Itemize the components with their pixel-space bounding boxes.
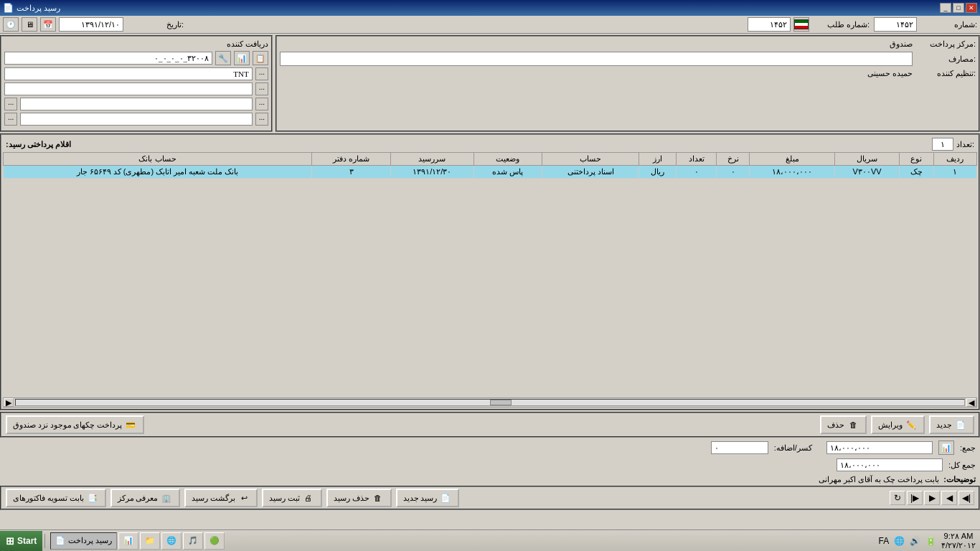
undo-receipt-btn[interactable]: ↩ برگشت رسید [184,489,258,507]
sum-icon[interactable]: 📊 [938,441,954,455]
col-rate: نرخ [717,153,750,166]
nav-buttons: |◀ ◀ ▶ ▶| ↻ [890,491,974,505]
scroll-right-btn[interactable]: ▶ [4,398,14,407]
extra-dots-btn5[interactable]: ... [4,113,17,126]
expense-input[interactable] [280,52,913,66]
extra-dots-btn1[interactable]: ... [255,83,268,95]
introduce-center-btn[interactable]: 🏢 معرفی مرکز [110,489,181,507]
computer-icon[interactable]: 🖥 [22,17,37,32]
start-label: Start [17,536,37,546]
nav-next-btn[interactable]: ▶ [924,491,940,505]
settle-invoices-btn[interactable]: 📑 بابت تسویه فاکتورهای [6,489,106,507]
table-title: اقلام پرداختی رسید: [6,140,71,149]
extra-input2[interactable] [20,98,252,110]
date-input[interactable] [59,17,123,32]
date-label: :تاریخ [126,20,184,29]
receipt-icon3[interactable]: 🔧 [215,51,231,65]
taskbar-app-excel[interactable]: 📊 [118,532,138,550]
battery-icon: 🔋 [925,535,937,547]
clock-display: 9:۲۸ AM ۴/۲۷/۲۰۱۲ [941,532,976,550]
table-header: ردیف نوع سریال مبلغ نرخ تعداد ارز حساب و… [4,153,977,166]
receipt-label-text: دریافت کننده [227,39,268,49]
extra-row3: ... ... [4,113,268,126]
calendar-icon[interactable]: 📅 [40,17,56,32]
volume-icon: 🔊 [910,535,921,547]
start-button[interactable]: ⊞ Start [0,531,42,551]
extra-dots-btn3[interactable]: ... [4,98,17,110]
taskbar-app-ie[interactable]: 🌐 [161,532,182,550]
nav-first-btn[interactable]: |◀ [958,491,974,505]
close-button[interactable]: ✕ [966,3,977,13]
taskbar: ⊞ Start 📄 رسید پرداخت 📊 📁 🌐 🎵 🟢 FA 🌐 🔊 🔋… [0,529,980,551]
edit-label: ویرایش [878,420,903,430]
extra-dots-btn4[interactable]: ... [255,113,268,126]
clock-icon[interactable]: 🕐 [3,17,19,32]
taskbar-app-music[interactable]: 🎵 [183,532,203,550]
extra-dots-btn2[interactable]: ... [255,98,268,110]
count-box: :تعداد [932,138,974,151]
sum-label: جمع: [960,443,976,453]
expense-row: :مصارف [280,52,976,66]
pay-checks-label: پرداخت چکهای موجود نزد صندوق [13,420,122,430]
nav-last-btn[interactable]: ▶| [907,491,923,505]
horizontal-scrollbar[interactable]: ◀ ▶ [3,397,977,408]
col-bank: حساب بانک [4,153,312,166]
new-receipt-icon: 📄 [439,491,452,504]
taskbar-app-green[interactable]: 🟢 [204,532,225,550]
delete-receipt-btn[interactable]: 🗑 حذف رسید [326,489,392,507]
receipt-value-input[interactable] [4,52,212,65]
pay-checks-button[interactable]: 💳 پرداخت چکهای موجود نزد صندوق [6,415,144,434]
new-receipt-btn[interactable]: 📄 رسید جدید [396,489,460,507]
undo-receipt-label: برگشت رسید [192,494,235,503]
sum-value[interactable] [826,441,933,454]
col-ledger: شماره دفتر [312,153,391,166]
print-receipt-btn[interactable]: 🖨 ثبت رسید [262,489,322,507]
taskbar-app-receipt[interactable]: 📄 رسید پرداخت [50,532,117,550]
col-duedate: سررسید [390,153,473,166]
right-panel: دریافت کننده 📋 📊 🔧 ... ... ... ... ... .… [0,35,273,132]
col-account: حساب [542,153,639,166]
table-cell-2: V۳۰۰VV [835,166,900,179]
serial-input[interactable] [874,17,917,32]
taskbar-app-folder[interactable]: 📁 [140,532,160,550]
receipt-label-row: دریافت کننده [4,39,268,49]
receipt-icon1[interactable]: 📋 [253,51,268,65]
scroll-left-btn[interactable]: ◀ [966,398,976,407]
nav-refresh-btn[interactable]: ↻ [890,491,905,505]
serial-label: :شماره [920,20,977,29]
deduct-label: کسر/اضافه: [774,443,812,453]
maximize-button[interactable]: □ [953,3,964,13]
extra-input1[interactable] [4,83,253,95]
edit-button[interactable]: ✏️ ویرایش [871,415,925,434]
deduct-value[interactable] [711,441,768,454]
organizer-row: :تنظیم کننده حمیده حسینی [280,69,976,78]
scrollbar-track [15,399,965,406]
receipt-icon2[interactable]: 📊 [234,51,250,65]
extra-row1: ... [4,83,268,95]
delete-button[interactable]: 🗑 حذف [820,415,867,434]
table-cell-9: ۱۳۹۱/۱۲/۳۰ [390,166,473,179]
col-currency: ارز [639,153,676,166]
minimize-button[interactable]: _ [940,3,951,13]
company-row: ... [4,67,268,80]
envelope-input[interactable] [748,17,791,32]
total-value[interactable] [837,458,943,471]
pay-checks-icon: 💳 [124,418,137,431]
table-row[interactable]: ۱چکV۳۰۰VV۱۸،۰۰۰،۰۰۰۰۰ریالاسناد پرداختنیپ… [4,166,977,179]
introduce-icon: 🏢 [160,491,173,504]
receipt-icons-row: 📋 📊 🔧 [4,51,268,65]
extra-input3[interactable] [20,113,252,126]
table-cell-11: بانک ملت شعبه امیر اتابک (مطهری) کد ۶۵۶۴… [4,166,312,179]
title-bar-buttons: _ □ ✕ [940,3,977,13]
title-bar-left: 📄 رسید پرداخت [3,3,60,13]
nav-prev-btn[interactable]: ◀ [941,491,957,505]
company-dots-btn[interactable]: ... [255,67,268,80]
col-status: وضعیت [473,153,542,166]
new-button[interactable]: 📄 جدید [929,415,974,434]
count-value[interactable] [932,138,953,151]
organizer-label: :تنظیم کننده [918,69,976,78]
company-input[interactable] [4,67,253,80]
left-form-panel: :مرکز پرداخت صندوق :مصارف :تنظیم کننده ح… [275,35,980,132]
taskbar-apps: 📄 رسید پرداخت 📊 📁 🌐 🎵 🟢 [50,532,225,550]
delete-receipt-icon: 🗑 [372,491,385,504]
